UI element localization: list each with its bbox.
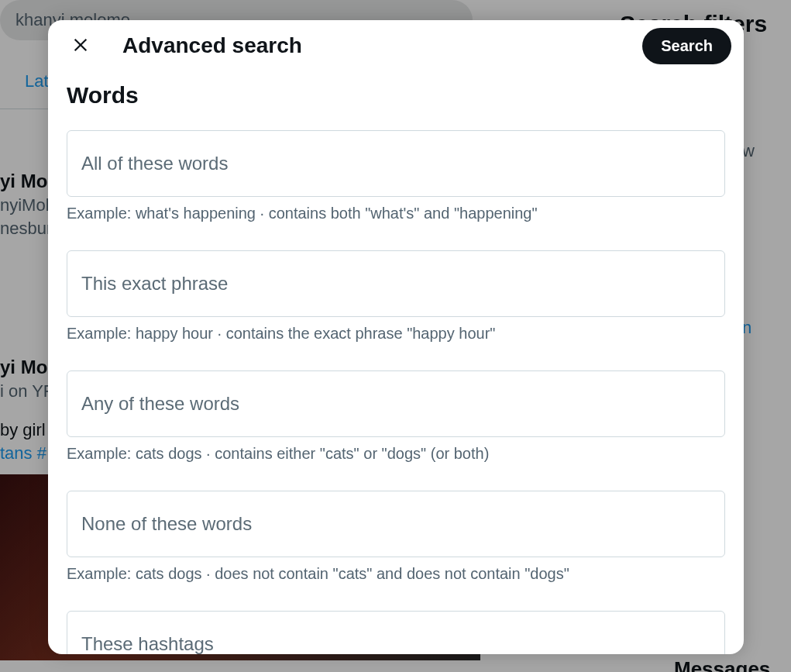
hashtags-input[interactable] (67, 611, 725, 654)
section-heading-words: Words (67, 82, 725, 109)
field-hashtags: Example: #ThrowbackThursday · contains t… (67, 611, 725, 654)
all-words-hint: Example: what's happening · contains bot… (67, 205, 725, 222)
field-none-words: Example: cats dogs · does not contain "c… (67, 491, 725, 583)
field-any-words: Example: cats dogs · contains either "ca… (67, 370, 725, 463)
none-words-input[interactable] (67, 491, 725, 557)
modal-header: Advanced search Search (48, 20, 744, 71)
exact-phrase-input[interactable] (67, 250, 725, 317)
close-icon (72, 36, 89, 56)
modal-title: Advanced search (122, 33, 302, 58)
any-words-hint: Example: cats dogs · contains either "ca… (67, 445, 725, 463)
field-all-words: Example: what's happening · contains bot… (67, 130, 725, 222)
field-exact-phrase: Example: happy hour · contains the exact… (67, 250, 725, 343)
advanced-search-modal: Advanced search Search Words Example: wh… (48, 20, 744, 654)
close-button[interactable] (67, 32, 95, 60)
none-words-hint: Example: cats dogs · does not contain "c… (67, 565, 725, 583)
search-button[interactable]: Search (642, 28, 731, 64)
all-words-input[interactable] (67, 130, 725, 197)
any-words-input[interactable] (67, 370, 725, 437)
modal-body[interactable]: Words Example: what's happening · contai… (48, 71, 744, 654)
exact-phrase-hint: Example: happy hour · contains the exact… (67, 325, 725, 343)
